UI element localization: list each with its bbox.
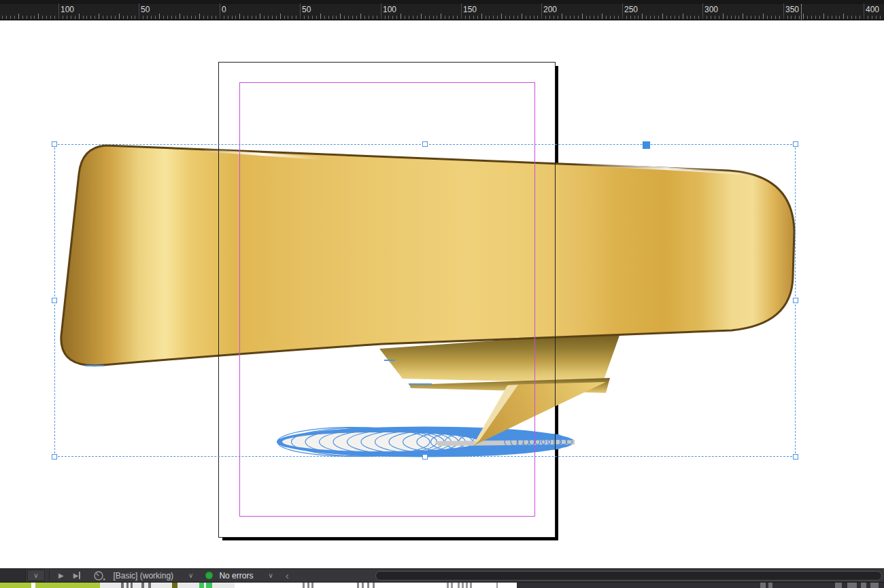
ruler-label: 300 bbox=[704, 5, 718, 14]
selected-path-edge-mark bbox=[384, 360, 395, 361]
ruler-tick bbox=[58, 3, 59, 19]
ruler-tick bbox=[381, 3, 381, 19]
selection-handle[interactable] bbox=[422, 141, 428, 147]
ruler-tick bbox=[759, 16, 760, 19]
ruler-tick bbox=[90, 16, 91, 19]
strip-block bbox=[466, 583, 468, 588]
ruler-tick bbox=[570, 16, 571, 19]
ruler-tick bbox=[851, 16, 852, 19]
preflight-profile-menu-chevron[interactable]: ∨ bbox=[188, 572, 193, 579]
horizontal-scrollbar[interactable] bbox=[375, 571, 882, 581]
ruler-tick bbox=[666, 16, 667, 19]
ruler-tick bbox=[445, 16, 445, 19]
selection-handle[interactable] bbox=[793, 141, 798, 147]
ruler-tick bbox=[694, 16, 695, 19]
strip-block bbox=[451, 583, 453, 588]
strip-block bbox=[126, 583, 129, 588]
strip-block bbox=[517, 583, 884, 588]
ruler-tick bbox=[481, 14, 482, 19]
ruler-tick bbox=[320, 14, 321, 19]
ruler-tick bbox=[626, 16, 627, 19]
scroll-left-icon[interactable]: ‹ bbox=[286, 570, 289, 581]
ruler-tick bbox=[42, 16, 43, 19]
strip-block bbox=[357, 583, 359, 588]
ruler-label: 150 bbox=[463, 5, 477, 14]
ruler-tick bbox=[731, 16, 732, 19]
ruler-tick bbox=[775, 16, 776, 19]
preflight-status-label[interactable]: No errors bbox=[219, 571, 253, 581]
ruler-tick bbox=[195, 16, 196, 19]
ruler-tick bbox=[67, 16, 67, 19]
horizontal-ruler[interactable]: 10050050100150200250300350400 bbox=[0, 0, 884, 20]
ruler-tick bbox=[405, 16, 405, 19]
ruler-tick bbox=[679, 16, 679, 19]
selection-handle[interactable] bbox=[793, 454, 798, 460]
gauge-icon[interactable] bbox=[93, 570, 106, 581]
ruler-tick bbox=[191, 16, 192, 19]
ruler-tick bbox=[360, 14, 361, 19]
ruler-tick bbox=[256, 16, 256, 19]
selection-handle[interactable] bbox=[52, 298, 57, 303]
ruler-tick bbox=[348, 16, 349, 19]
ruler-tick bbox=[578, 16, 579, 19]
ruler-tick bbox=[79, 14, 80, 19]
ruler-tick bbox=[727, 16, 728, 19]
ruler-tick bbox=[123, 16, 124, 19]
ruler-tick bbox=[795, 16, 796, 19]
selection-handle[interactable] bbox=[52, 454, 57, 460]
ruler-tick bbox=[526, 16, 526, 19]
ruler-tick bbox=[654, 16, 655, 19]
strip-block bbox=[100, 583, 235, 588]
selection-handle[interactable] bbox=[52, 141, 57, 147]
ruler-tick bbox=[264, 16, 265, 19]
view-menu-button[interactable]: ∨ bbox=[27, 570, 45, 581]
strip-block bbox=[148, 583, 151, 588]
last-page-button[interactable]: ▶ bbox=[73, 572, 81, 579]
ruler-tick bbox=[369, 16, 369, 19]
ruler-tick bbox=[771, 16, 772, 19]
ruler-tick bbox=[392, 16, 393, 19]
ruler-tick bbox=[441, 14, 441, 19]
ruler-tick bbox=[220, 3, 220, 19]
selection-handle[interactable] bbox=[422, 454, 428, 460]
statusbar-left-block bbox=[0, 569, 26, 582]
next-page-button[interactable]: ▶ bbox=[58, 572, 64, 579]
ruler-tick bbox=[38, 14, 39, 19]
selection-handle[interactable] bbox=[793, 298, 798, 303]
ruler-tick bbox=[31, 16, 31, 19]
strip-block bbox=[303, 583, 305, 588]
ruler-tick bbox=[880, 16, 881, 19]
ruler-tick bbox=[566, 16, 566, 19]
strip-block bbox=[131, 583, 133, 588]
strip-block bbox=[760, 583, 766, 588]
ruler-tick bbox=[747, 16, 747, 19]
ruler-tick bbox=[513, 16, 514, 19]
strip-block bbox=[870, 583, 879, 588]
ruler-tick bbox=[268, 16, 269, 19]
ruler-tick bbox=[658, 16, 659, 19]
ruler-tick bbox=[855, 16, 856, 19]
ruler-tick bbox=[316, 16, 317, 19]
ruler-tick bbox=[385, 16, 386, 19]
ruler-tick bbox=[832, 16, 832, 19]
ruler-tick bbox=[27, 16, 27, 19]
strip-block bbox=[311, 583, 313, 588]
ruler-tick bbox=[702, 3, 703, 19]
selection-handle-solid[interactable] bbox=[643, 141, 650, 149]
ruler-tick bbox=[10, 16, 11, 19]
ruler-tick bbox=[449, 16, 449, 19]
preflight-status-bar: ∨ ▶ ▶ [Basic] (working) ∨ No errors ∨ ‹ bbox=[0, 568, 884, 583]
ruler-tick bbox=[489, 16, 490, 19]
ruler-tick bbox=[243, 16, 244, 19]
ruler-tick bbox=[280, 14, 281, 19]
ruler-tick bbox=[646, 16, 647, 19]
ruler-tick bbox=[235, 16, 236, 19]
ruler-tick bbox=[763, 14, 764, 19]
pasteboard-canvas[interactable] bbox=[0, 21, 884, 568]
preflight-profile-label[interactable]: [Basic] (working) bbox=[113, 571, 173, 581]
preflight-status-menu-chevron[interactable]: ∨ bbox=[268, 572, 273, 579]
ruler-tick bbox=[409, 16, 409, 19]
ruler-tick bbox=[364, 16, 365, 19]
ruler-cursor-position-marker bbox=[801, 4, 802, 20]
ruler-tick bbox=[610, 16, 611, 19]
